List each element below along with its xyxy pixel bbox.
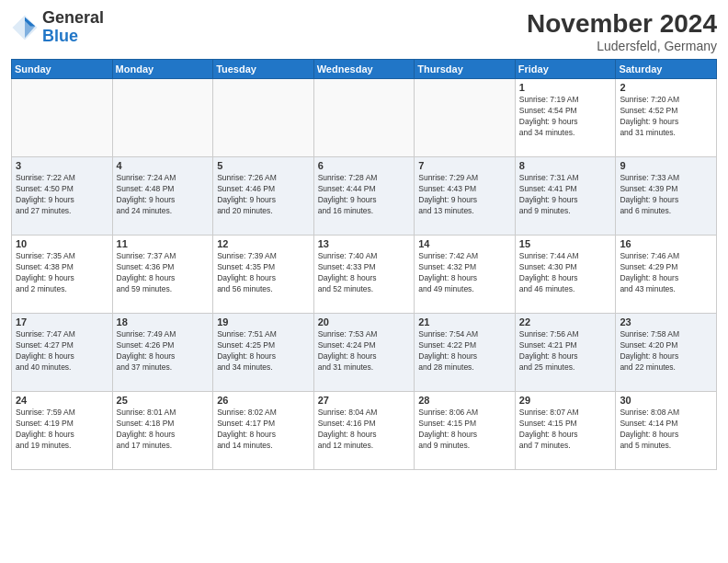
calendar-cell: 30Sunrise: 8:08 AM Sunset: 4:14 PM Dayli… — [616, 392, 717, 470]
day-info: Sunrise: 7:49 AM Sunset: 4:26 PM Dayligh… — [117, 329, 210, 373]
col-sunday: Sunday — [12, 60, 113, 79]
day-info: Sunrise: 7:29 AM Sunset: 4:43 PM Dayligh… — [418, 173, 511, 217]
day-info: Sunrise: 7:53 AM Sunset: 4:24 PM Dayligh… — [318, 329, 411, 373]
day-number: 17 — [16, 316, 108, 327]
day-number: 19 — [217, 316, 310, 327]
day-info: Sunrise: 7:20 AM Sunset: 4:52 PM Dayligh… — [620, 95, 712, 139]
day-number: 10 — [16, 238, 108, 249]
calendar-cell — [213, 79, 314, 157]
day-number: 15 — [519, 238, 612, 249]
day-number: 23 — [620, 316, 712, 327]
calendar-cell: 15Sunrise: 7:44 AM Sunset: 4:30 PM Dayli… — [515, 236, 616, 314]
header: General Blue November 2024 Ludersfeld, G… — [11, 9, 717, 53]
day-number: 29 — [519, 395, 612, 406]
day-number: 1 — [519, 82, 612, 93]
day-info: Sunrise: 7:31 AM Sunset: 4:41 PM Dayligh… — [519, 173, 612, 217]
day-info: Sunrise: 7:59 AM Sunset: 4:19 PM Dayligh… — [16, 408, 108, 452]
day-number: 9 — [620, 160, 712, 171]
calendar-cell: 5Sunrise: 7:26 AM Sunset: 4:46 PM Daylig… — [213, 157, 314, 236]
logo-blue: Blue — [42, 28, 104, 46]
day-info: Sunrise: 8:01 AM Sunset: 4:18 PM Dayligh… — [117, 408, 210, 452]
calendar-cell: 3Sunrise: 7:22 AM Sunset: 4:50 PM Daylig… — [12, 157, 113, 236]
calendar-cell: 23Sunrise: 7:58 AM Sunset: 4:20 PM Dayli… — [616, 314, 717, 392]
week-row-1: 1Sunrise: 7:19 AM Sunset: 4:54 PM Daylig… — [12, 79, 717, 157]
day-info: Sunrise: 7:33 AM Sunset: 4:39 PM Dayligh… — [620, 173, 712, 217]
calendar-cell: 28Sunrise: 8:06 AM Sunset: 4:15 PM Dayli… — [415, 392, 516, 470]
day-number: 12 — [217, 238, 310, 249]
calendar-cell — [12, 79, 113, 157]
col-friday: Friday — [515, 60, 616, 79]
day-number: 30 — [620, 395, 712, 406]
calendar-cell: 1Sunrise: 7:19 AM Sunset: 4:54 PM Daylig… — [515, 79, 616, 157]
day-number: 11 — [117, 238, 210, 249]
day-number: 3 — [16, 160, 108, 171]
day-info: Sunrise: 7:22 AM Sunset: 4:50 PM Dayligh… — [16, 173, 108, 217]
day-info: Sunrise: 7:35 AM Sunset: 4:38 PM Dayligh… — [16, 251, 108, 295]
calendar-cell: 7Sunrise: 7:29 AM Sunset: 4:43 PM Daylig… — [415, 157, 516, 236]
calendar-cell: 10Sunrise: 7:35 AM Sunset: 4:38 PM Dayli… — [12, 236, 113, 314]
col-saturday: Saturday — [616, 60, 717, 79]
calendar-cell: 24Sunrise: 7:59 AM Sunset: 4:19 PM Dayli… — [12, 392, 113, 470]
day-info: Sunrise: 8:07 AM Sunset: 4:15 PM Dayligh… — [519, 408, 612, 452]
day-number: 4 — [117, 160, 210, 171]
day-info: Sunrise: 7:44 AM Sunset: 4:30 PM Dayligh… — [519, 251, 612, 295]
col-wednesday: Wednesday — [313, 60, 415, 79]
calendar-cell: 12Sunrise: 7:39 AM Sunset: 4:35 PM Dayli… — [213, 236, 314, 314]
calendar-cell: 8Sunrise: 7:31 AM Sunset: 4:41 PM Daylig… — [515, 157, 616, 236]
week-row-5: 24Sunrise: 7:59 AM Sunset: 4:19 PM Dayli… — [12, 392, 717, 470]
calendar-cell: 20Sunrise: 7:53 AM Sunset: 4:24 PM Dayli… — [313, 314, 415, 392]
calendar-cell: 13Sunrise: 7:40 AM Sunset: 4:33 PM Dayli… — [313, 236, 415, 314]
day-number: 21 — [418, 316, 511, 327]
calendar-cell — [415, 79, 516, 157]
day-number: 22 — [519, 316, 612, 327]
logo-text: General Blue — [42, 9, 104, 46]
logo-general: General — [42, 9, 104, 28]
calendar-cell: 21Sunrise: 7:54 AM Sunset: 4:22 PM Dayli… — [415, 314, 516, 392]
week-row-2: 3Sunrise: 7:22 AM Sunset: 4:50 PM Daylig… — [12, 157, 717, 236]
calendar-cell: 22Sunrise: 7:56 AM Sunset: 4:21 PM Dayli… — [515, 314, 616, 392]
month-title: November 2024 — [527, 9, 717, 39]
day-info: Sunrise: 7:19 AM Sunset: 4:54 PM Dayligh… — [519, 95, 612, 139]
day-info: Sunrise: 7:40 AM Sunset: 4:33 PM Dayligh… — [318, 251, 411, 295]
day-info: Sunrise: 8:04 AM Sunset: 4:16 PM Dayligh… — [318, 408, 411, 452]
calendar-cell: 25Sunrise: 8:01 AM Sunset: 4:18 PM Dayli… — [112, 392, 213, 470]
day-info: Sunrise: 7:51 AM Sunset: 4:25 PM Dayligh… — [217, 329, 310, 373]
day-info: Sunrise: 7:56 AM Sunset: 4:21 PM Dayligh… — [519, 329, 612, 373]
calendar-cell: 9Sunrise: 7:33 AM Sunset: 4:39 PM Daylig… — [616, 157, 717, 236]
day-info: Sunrise: 7:37 AM Sunset: 4:36 PM Dayligh… — [117, 251, 210, 295]
week-row-4: 17Sunrise: 7:47 AM Sunset: 4:27 PM Dayli… — [12, 314, 717, 392]
calendar-cell: 14Sunrise: 7:42 AM Sunset: 4:32 PM Dayli… — [415, 236, 516, 314]
day-number: 8 — [519, 160, 612, 171]
day-number: 13 — [318, 238, 411, 249]
week-row-3: 10Sunrise: 7:35 AM Sunset: 4:38 PM Dayli… — [12, 236, 717, 314]
day-number: 16 — [620, 238, 712, 249]
day-number: 20 — [318, 316, 411, 327]
logo: General Blue — [11, 9, 104, 46]
calendar-cell: 17Sunrise: 7:47 AM Sunset: 4:27 PM Dayli… — [12, 314, 113, 392]
calendar-cell: 19Sunrise: 7:51 AM Sunset: 4:25 PM Dayli… — [213, 314, 314, 392]
day-info: Sunrise: 7:42 AM Sunset: 4:32 PM Dayligh… — [418, 251, 511, 295]
location: Ludersfeld, Germany — [527, 39, 717, 53]
col-tuesday: Tuesday — [213, 60, 314, 79]
day-info: Sunrise: 7:28 AM Sunset: 4:44 PM Dayligh… — [318, 173, 411, 217]
calendar-cell: 6Sunrise: 7:28 AM Sunset: 4:44 PM Daylig… — [313, 157, 415, 236]
day-number: 27 — [318, 395, 411, 406]
calendar-cell: 18Sunrise: 7:49 AM Sunset: 4:26 PM Dayli… — [112, 314, 213, 392]
day-number: 25 — [117, 395, 210, 406]
calendar-table: Sunday Monday Tuesday Wednesday Thursday… — [11, 59, 717, 470]
day-number: 2 — [620, 82, 712, 93]
day-number: 5 — [217, 160, 310, 171]
calendar-cell: 29Sunrise: 8:07 AM Sunset: 4:15 PM Dayli… — [515, 392, 616, 470]
calendar-header-row: Sunday Monday Tuesday Wednesday Thursday… — [12, 60, 717, 79]
day-info: Sunrise: 7:47 AM Sunset: 4:27 PM Dayligh… — [16, 329, 108, 373]
day-number: 26 — [217, 395, 310, 406]
calendar-cell: 2Sunrise: 7:20 AM Sunset: 4:52 PM Daylig… — [616, 79, 717, 157]
logo-icon — [11, 14, 39, 41]
calendar-cell: 11Sunrise: 7:37 AM Sunset: 4:36 PM Dayli… — [112, 236, 213, 314]
col-monday: Monday — [112, 60, 213, 79]
day-info: Sunrise: 7:24 AM Sunset: 4:48 PM Dayligh… — [117, 173, 210, 217]
day-number: 7 — [418, 160, 511, 171]
day-number: 14 — [418, 238, 511, 249]
calendar-cell: 27Sunrise: 8:04 AM Sunset: 4:16 PM Dayli… — [313, 392, 415, 470]
day-info: Sunrise: 7:26 AM Sunset: 4:46 PM Dayligh… — [217, 173, 310, 217]
